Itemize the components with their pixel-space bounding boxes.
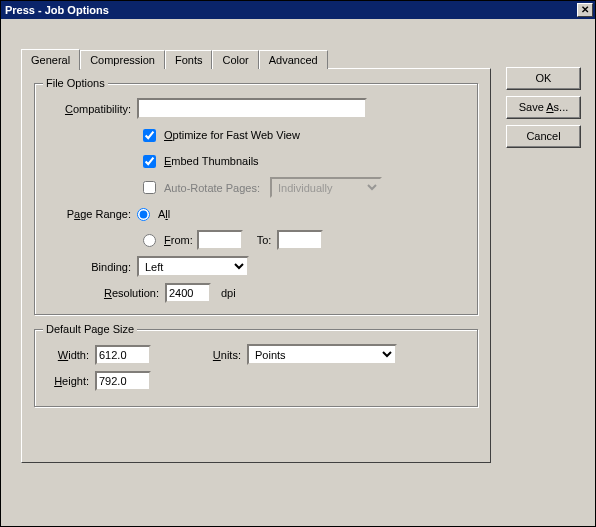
- close-icon[interactable]: ✕: [577, 3, 593, 17]
- button-column: OK Save As... Cancel: [506, 67, 581, 154]
- embed-checkbox-wrap[interactable]: Embed Thumbnails: [143, 155, 259, 168]
- tab-general[interactable]: General: [21, 49, 80, 70]
- to-label: To:: [257, 234, 272, 246]
- autorotate-label: Auto-Rotate Pages:: [164, 182, 260, 194]
- tab-control: General Compression Fonts Color Advanced…: [21, 49, 491, 463]
- file-options-group: File Options Compatibility: Acrobat 4.0 …: [34, 83, 478, 315]
- embed-checkbox[interactable]: [143, 155, 156, 168]
- autorotate-checkbox[interactable]: [143, 181, 156, 194]
- optimize-checkbox-wrap[interactable]: Optimize for Fast Web View: [143, 129, 300, 142]
- optimize-checkbox[interactable]: [143, 129, 156, 142]
- dialog-window: Press - Job Options ✕ OK Save As... Canc…: [0, 0, 596, 527]
- to-input[interactable]: [277, 230, 323, 250]
- from-input[interactable]: [197, 230, 243, 250]
- resolution-label: Resolution:: [45, 287, 165, 299]
- height-input[interactable]: [95, 371, 151, 391]
- titlebar: Press - Job Options ✕: [1, 1, 595, 19]
- embed-label: Embed Thumbnails: [164, 155, 259, 167]
- tab-fonts[interactable]: Fonts: [165, 50, 213, 69]
- all-label: All: [158, 208, 170, 220]
- file-options-legend: File Options: [43, 77, 108, 89]
- saveas-button[interactable]: Save As...: [506, 96, 581, 119]
- pagerange-label: Page Range:: [45, 208, 137, 220]
- ok-button[interactable]: OK: [506, 67, 581, 90]
- autorotate-select: Individually: [270, 177, 382, 198]
- resolution-input[interactable]: [165, 283, 211, 303]
- tabstrip: General Compression Fonts Color Advanced: [21, 49, 491, 69]
- from-radio[interactable]: [143, 234, 156, 247]
- tab-advanced[interactable]: Advanced: [259, 50, 328, 69]
- window-title: Press - Job Options: [5, 4, 109, 16]
- width-input[interactable]: [95, 345, 151, 365]
- units-label: Units:: [151, 349, 247, 361]
- tab-panel-general: File Options Compatibility: Acrobat 4.0 …: [21, 68, 491, 463]
- dpi-label: dpi: [221, 287, 236, 299]
- default-page-size-group: Default Page Size Width: Units: Points H…: [34, 329, 478, 407]
- from-radio-wrap[interactable]: From:: [143, 234, 193, 247]
- width-label: Width:: [45, 349, 95, 361]
- tab-color[interactable]: Color: [212, 50, 258, 69]
- binding-label: Binding:: [45, 261, 137, 273]
- all-radio[interactable]: [137, 208, 150, 221]
- tab-compression[interactable]: Compression: [80, 50, 165, 69]
- client-area: OK Save As... Cancel General Compression…: [1, 19, 595, 526]
- autorotate-checkbox-wrap[interactable]: Auto-Rotate Pages:: [143, 181, 260, 194]
- default-page-legend: Default Page Size: [43, 323, 137, 335]
- units-select[interactable]: Points: [247, 344, 397, 365]
- binding-select[interactable]: Left: [137, 256, 249, 277]
- from-label: From:: [164, 234, 193, 246]
- optimize-label: Optimize for Fast Web View: [164, 129, 300, 141]
- compatibility-label: Compatibility:: [45, 103, 137, 115]
- height-label: Height:: [45, 375, 95, 387]
- compatibility-select[interactable]: Acrobat 4.0 (PDF 1.3): [137, 98, 367, 119]
- all-radio-wrap[interactable]: All: [137, 208, 170, 221]
- cancel-button[interactable]: Cancel: [506, 125, 581, 148]
